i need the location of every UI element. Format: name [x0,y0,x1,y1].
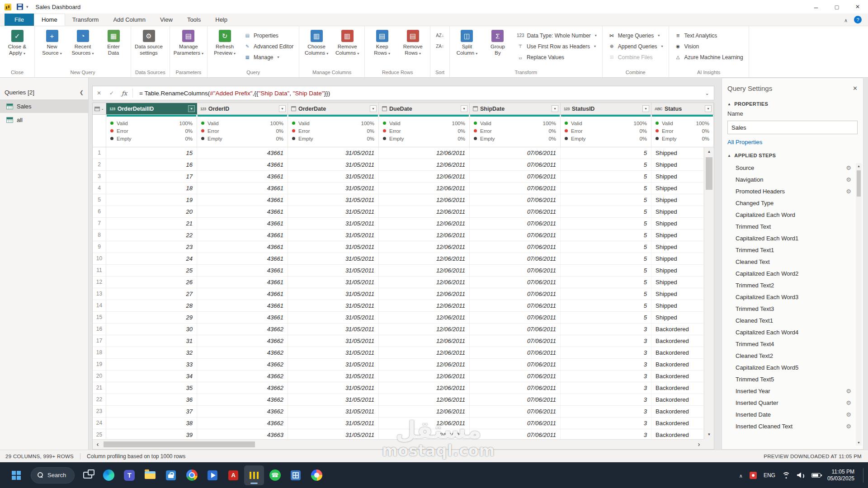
table-cell[interactable]: 3 [561,429,651,439]
close-pane-icon[interactable] [853,85,858,92]
table-cell[interactable]: Shipped [651,265,704,276]
table-cell[interactable]: 43661 [197,312,288,323]
row-number[interactable]: 12 [93,277,106,288]
table-cell[interactable]: 20 [106,206,197,217]
table-cell[interactable]: 07/06/2011 [470,194,561,206]
table-cell[interactable]: 31/05/2011 [288,183,379,194]
teams-icon[interactable] [119,465,139,485]
collapse-pane-icon[interactable] [80,89,84,95]
start-button[interactable] [6,465,26,485]
row-number[interactable]: 14 [93,300,106,311]
powerbi-icon[interactable] [244,465,264,485]
movies-icon[interactable] [203,465,222,485]
table-cell[interactable]: 43661 [197,159,288,170]
applied-steps-section-header[interactable]: APPLIED STEPS [722,148,863,161]
calculator-icon[interactable] [286,465,306,485]
enter-data-button[interactable]: ▦EnterData [99,28,128,56]
row-number[interactable]: 7 [93,218,106,229]
table-cell[interactable]: 43662 [197,371,288,382]
table-cell[interactable]: 07/06/2011 [470,335,561,347]
table-cell[interactable]: 31/05/2011 [288,194,379,206]
table-cell[interactable]: 12/06/2011 [379,265,470,276]
table-cell[interactable]: 39 [106,429,197,439]
remove-rows-button[interactable]: ▤RemoveRows▾ [398,28,428,56]
table-cell[interactable]: Shipped [651,241,704,253]
table-cell[interactable]: Shipped [651,183,704,194]
table-cell[interactable]: 43661 [197,241,288,253]
table-cell[interactable]: 12/06/2011 [379,347,470,358]
table-cell[interactable]: 07/06/2011 [470,347,561,358]
table-cell[interactable]: 5 [561,206,651,217]
task-view-icon[interactable] [78,465,98,485]
applied-step[interactable]: Capitalized Each Word5 [722,361,863,373]
table-cell[interactable]: 5 [561,277,651,288]
table-cell[interactable]: 3 [561,371,651,382]
table-cell[interactable]: 29 [106,312,197,323]
table-cell[interactable]: 31/05/2011 [288,277,379,288]
help-icon[interactable] [854,16,862,23]
wifi-icon[interactable] [782,472,790,479]
table-cell[interactable]: 12/06/2011 [379,335,470,347]
advanced-editor-button[interactable]: ✎Advanced Editor [242,42,295,51]
tab-home[interactable]: Home [34,14,65,26]
row-number[interactable]: 16 [93,324,106,335]
table-cell[interactable]: 26 [106,277,197,288]
applied-step[interactable]: Cleaned Text2 [722,350,863,361]
steps-scroll-thumb[interactable] [857,170,861,197]
save-icon[interactable] [17,4,23,10]
expand-formula-icon[interactable] [700,90,714,96]
table-cell[interactable]: Shipped [651,288,704,300]
table-cell[interactable]: 37 [106,406,197,417]
profiling-info[interactable]: Column profiling based on top 1000 rows [87,453,185,460]
table-cell[interactable]: 07/06/2011 [470,159,561,170]
table-cell[interactable]: 31/05/2011 [288,265,379,276]
row-number[interactable]: 11 [93,265,106,276]
applied-step[interactable]: Trimmed Text3 [722,303,863,314]
table-cell[interactable]: 43661 [197,230,288,241]
table-cell[interactable]: 31/05/2011 [288,371,379,382]
cancel-formula-icon[interactable] [93,90,105,96]
column-header-statusid[interactable]: 123StatusID▾ [561,103,651,115]
table-cell[interactable]: 31/05/2011 [288,359,379,370]
table-cell[interactable]: 3 [561,418,651,429]
tab-help[interactable]: Help [208,14,235,26]
table-cell[interactable]: 07/06/2011 [470,324,561,335]
table-cell[interactable]: 12/06/2011 [379,406,470,417]
table-cell[interactable]: Shipped [651,147,704,159]
tab-file[interactable]: File [5,14,34,26]
table-cell[interactable]: Shipped [651,159,704,170]
table-cell[interactable]: 07/06/2011 [470,300,561,311]
row-number[interactable]: 3 [93,171,106,182]
table-cell[interactable]: 43661 [197,206,288,217]
append-button[interactable]: ⊕Append Queries▾ [607,42,665,51]
table-cell[interactable]: 31/05/2011 [288,324,379,335]
table-cell[interactable]: 12/06/2011 [379,194,470,206]
merge-button[interactable]: ⋈Merge Queries▾ [607,31,665,40]
browser-icon[interactable] [307,465,326,485]
gear-icon[interactable]: ⚙ [846,423,851,430]
first-row-button[interactable]: ⊤Use First Row as Headers▾ [515,42,598,51]
table-cell[interactable]: 43661 [197,277,288,288]
table-cell[interactable]: 24 [106,253,197,264]
scroll-right-icon[interactable] [695,440,703,449]
table-cell[interactable]: 12/06/2011 [379,429,470,439]
filter-icon[interactable]: ▾ [188,105,195,112]
gear-icon[interactable]: ⚙ [846,176,851,183]
chevron-up-icon[interactable] [739,471,743,479]
table-cell[interactable]: 12/06/2011 [379,324,470,335]
table-cell[interactable]: Shipped [651,230,704,241]
table-cell[interactable]: 07/06/2011 [470,406,561,417]
table-cell[interactable]: 23 [106,241,197,253]
table-cell[interactable]: 12/06/2011 [379,300,470,311]
table-cell[interactable]: 43661 [197,300,288,311]
table-cell[interactable]: 31/05/2011 [288,406,379,417]
table-cell[interactable]: 31/05/2011 [288,429,379,439]
properties-section-header[interactable]: PROPERTIES [722,97,863,109]
table-cell[interactable]: 12/06/2011 [379,147,470,159]
table-cell[interactable]: 3 [561,347,651,358]
table-cell[interactable]: Shipped [651,312,704,323]
table-cell[interactable]: 27 [106,288,197,300]
table-cell[interactable]: 43661 [197,288,288,300]
row-number[interactable]: 22 [93,394,106,405]
select-all-corner[interactable] [93,103,106,115]
